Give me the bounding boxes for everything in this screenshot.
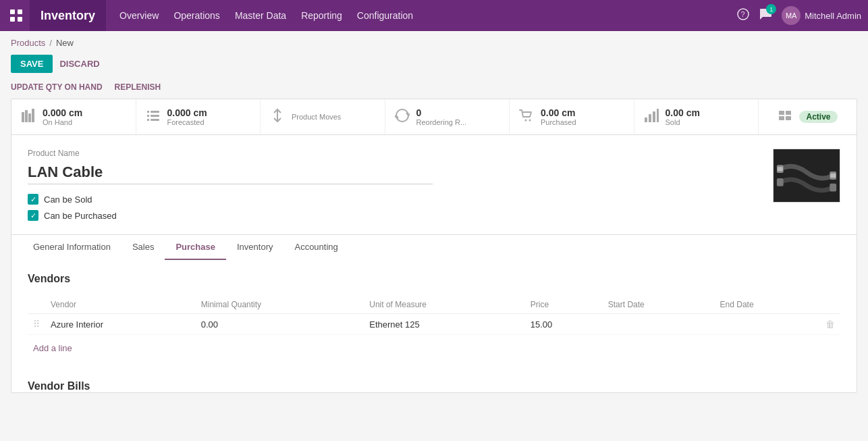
- breadcrumb-products-link[interactable]: Products: [11, 38, 45, 48]
- nav-operations[interactable]: Operations: [173, 7, 219, 24]
- on-hand-value: 0.000 cm: [43, 107, 82, 118]
- nav-overview[interactable]: Overview: [119, 7, 159, 24]
- vendor-row: ⠿ Azure Interior 0.00 Ethernet 125 15.00…: [28, 314, 840, 335]
- can-be-sold-label: Can be Sold: [44, 194, 92, 205]
- on-hand-icon: [21, 108, 36, 126]
- nav-master-data[interactable]: Master Data: [235, 7, 286, 24]
- add-line-button[interactable]: Add a line: [28, 340, 78, 356]
- tab-sales[interactable]: Sales: [121, 235, 165, 260]
- chat-badge: 1: [766, 4, 776, 14]
- svg-rect-7: [25, 110, 28, 122]
- drag-handle-icon[interactable]: ⠿: [33, 319, 40, 330]
- minimal-qty-col-header: Minimal Quantity: [196, 296, 364, 314]
- svg-rect-23: [779, 111, 784, 115]
- replenish-button[interactable]: REPLENISH: [115, 82, 161, 92]
- sold-label: Sold: [666, 118, 700, 126]
- svg-rect-0: [10, 9, 15, 14]
- svg-text:?: ?: [741, 10, 745, 18]
- svg-rect-11: [147, 115, 149, 117]
- forecasted-label: Forecasted: [167, 118, 207, 126]
- help-icon[interactable]: ?: [737, 8, 749, 23]
- reordering-value: 0: [416, 107, 467, 118]
- svg-rect-26: [786, 116, 791, 120]
- product-moves-label: Product Moves: [292, 113, 341, 121]
- start-date-col-header: Start Date: [603, 296, 715, 314]
- reordering-label: Reordering R...: [416, 118, 467, 126]
- end-date-col-header: End Date: [715, 296, 820, 314]
- secondary-actions: UPDATE QTY ON HAND REPLENISH: [0, 80, 868, 99]
- tab-purchase[interactable]: Purchase: [165, 235, 226, 260]
- on-hand-label: On Hand: [43, 118, 82, 126]
- stat-reordering[interactable]: 0 Reordering R...: [385, 99, 510, 134]
- svg-rect-21: [653, 111, 655, 122]
- vendor-price[interactable]: 15.00: [525, 314, 603, 335]
- svg-rect-24: [779, 116, 784, 120]
- grid-menu-icon[interactable]: [7, 6, 26, 25]
- svg-rect-12: [147, 119, 149, 121]
- svg-rect-31: [830, 184, 836, 192]
- svg-rect-19: [645, 118, 647, 122]
- stat-on-hand[interactable]: 0.000 cm On Hand: [11, 99, 136, 134]
- stat-sold[interactable]: 0.00 cm Sold: [634, 99, 759, 134]
- reordering-icon: [395, 108, 410, 126]
- vendor-col-header: Vendor: [45, 296, 196, 314]
- svg-rect-25: [786, 111, 791, 115]
- can-be-sold-row: ✓ Can be Sold: [28, 194, 773, 205]
- nav-configuration[interactable]: Configuration: [357, 7, 413, 24]
- breadcrumb: Products / New: [0, 31, 868, 52]
- product-image[interactable]: [773, 149, 840, 203]
- vendor-uom[interactable]: Ethernet 125: [364, 314, 524, 335]
- uom-col-header: Unit of Measure: [364, 296, 524, 314]
- can-be-sold-checkbox[interactable]: ✓: [28, 194, 38, 205]
- svg-point-18: [529, 119, 531, 121]
- tab-general-information[interactable]: General Information: [22, 235, 121, 260]
- can-be-purchased-checkbox[interactable]: ✓: [28, 210, 38, 221]
- svg-rect-32: [778, 167, 783, 171]
- vendor-min-qty[interactable]: 0.00: [196, 314, 364, 335]
- product-details: Product Name ✓ Can be Sold ✓ Can be Purc…: [11, 135, 857, 234]
- purchased-label: Purchased: [541, 118, 576, 126]
- svg-rect-10: [147, 111, 149, 113]
- stat-product-moves[interactable]: Product Moves: [261, 99, 385, 134]
- product-name-label: Product Name: [28, 149, 773, 158]
- svg-rect-9: [32, 109, 34, 122]
- svg-rect-22: [657, 109, 659, 122]
- topnav-right-area: ? 1 MA Mitchell Admin: [737, 6, 861, 25]
- app-title[interactable]: Inventory: [30, 0, 106, 31]
- tab-accounting[interactable]: Accounting: [283, 235, 348, 260]
- svg-point-17: [525, 119, 527, 121]
- svg-rect-14: [151, 115, 159, 117]
- vendor-end-date[interactable]: [715, 314, 820, 335]
- tab-inventory[interactable]: Inventory: [226, 235, 283, 260]
- active-badge: Active: [799, 111, 837, 123]
- main-nav: Overview Operations Master Data Reportin…: [119, 7, 737, 24]
- sold-value: 0.00 cm: [666, 107, 700, 118]
- discard-button[interactable]: DISCARD: [59, 59, 99, 69]
- user-name: Mitchell Admin: [805, 11, 861, 21]
- stat-forecasted[interactable]: 0.000 cm Forecasted: [136, 99, 261, 134]
- vendor-start-date[interactable]: [603, 314, 715, 335]
- product-tabs: General Information Sales Purchase Inven…: [11, 234, 857, 259]
- sold-icon: [644, 108, 659, 126]
- svg-rect-15: [151, 119, 159, 121]
- product-left: Product Name ✓ Can be Sold ✓ Can be Purc…: [28, 149, 773, 221]
- save-button[interactable]: SAVE: [11, 55, 53, 73]
- top-navigation: Inventory Overview Operations Master Dat…: [0, 0, 868, 31]
- update-qty-button[interactable]: UPDATE QTY ON HAND: [11, 82, 103, 92]
- breadcrumb-current: New: [56, 38, 74, 48]
- svg-rect-20: [649, 114, 651, 122]
- chat-icon[interactable]: 1: [759, 8, 772, 23]
- product-name-input[interactable]: [28, 161, 433, 184]
- tab-content-purchase: Vendors Vendor Minimal Quantity Unit of …: [11, 259, 857, 369]
- product-checkboxes: ✓ Can be Sold ✓ Can be Purchased: [28, 194, 773, 221]
- stat-purchased[interactable]: 0.00 cm Purchased: [510, 99, 634, 134]
- forecasted-value: 0.000 cm: [167, 107, 207, 118]
- delete-vendor-button[interactable]: 🗑: [825, 319, 835, 330]
- nav-reporting[interactable]: Reporting: [301, 7, 342, 24]
- vendor-name[interactable]: Azure Interior: [45, 314, 196, 335]
- product-moves-icon: [270, 108, 285, 126]
- svg-rect-2: [10, 17, 15, 22]
- user-menu[interactable]: MA Mitchell Admin: [782, 6, 861, 25]
- svg-rect-3: [18, 17, 22, 22]
- stat-active[interactable]: Active: [759, 99, 857, 134]
